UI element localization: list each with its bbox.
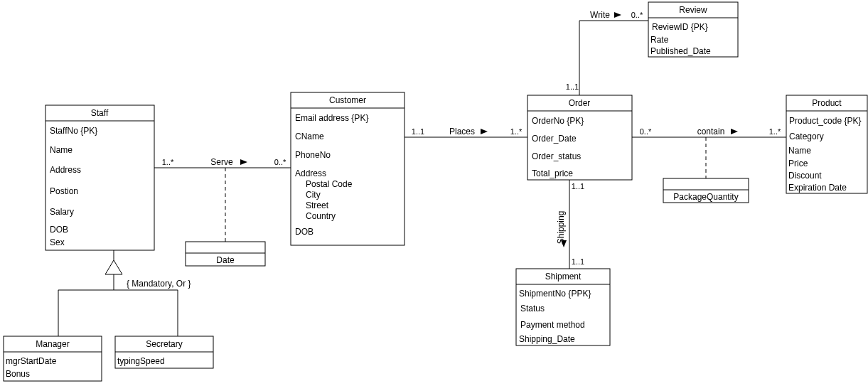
assoc-contain: 0..* 1..* contain bbox=[632, 127, 786, 178]
class-shipment-attr: Status bbox=[520, 304, 545, 313]
assoc-serve-label: Serve bbox=[210, 157, 233, 167]
assoc-serve-arrow bbox=[240, 159, 247, 165]
assoc-write-mult-left: 1..1 bbox=[566, 82, 579, 91]
svg-marker-3 bbox=[105, 260, 122, 274]
class-customer-attr: PhoneNo bbox=[295, 150, 331, 160]
class-shipment-title: Shipment bbox=[545, 272, 582, 282]
assoc-write: 1..1 0..* Write bbox=[566, 10, 648, 95]
class-date-title: Date bbox=[216, 255, 235, 265]
assoc-contain-mult-right: 1..* bbox=[769, 127, 781, 136]
class-customer-attr: Email address {PK} bbox=[295, 113, 368, 123]
class-review-attr: Rate bbox=[650, 35, 669, 45]
class-staff-attr: Sex bbox=[50, 237, 65, 247]
class-customer-attr: Street bbox=[306, 200, 329, 210]
class-manager-title: Manager bbox=[36, 339, 69, 349]
class-shipment-attr: Shipping_Date bbox=[519, 334, 575, 344]
class-date: Date bbox=[186, 242, 265, 266]
class-manager-attr: Bonus bbox=[6, 369, 30, 379]
class-secretary-attr: typingSpeed bbox=[117, 356, 165, 366]
assoc-places-label: Places bbox=[449, 127, 475, 136]
class-product-attr: Name bbox=[788, 146, 811, 156]
class-customer-attr: Address bbox=[295, 168, 326, 178]
uml-class-diagram: Staff StaffNo {PK} Name Address Postion … bbox=[0, 0, 868, 386]
class-product-attr: Product_code {PK} bbox=[789, 116, 861, 126]
assoc-shipping-mult-left: 1..1 bbox=[572, 182, 584, 191]
class-customer-attr: Postal Code bbox=[306, 179, 353, 189]
class-customer-attr: City bbox=[306, 190, 321, 200]
assoc-serve: 1..* 0..* Serve bbox=[154, 157, 291, 242]
class-product-attr: Expiration Date bbox=[788, 183, 847, 193]
class-staff-attr: Address bbox=[50, 165, 81, 175]
class-review: Review ReviewID {PK} Rate Published_Date bbox=[648, 2, 738, 57]
class-packagequantity-title: PackageQuantity bbox=[673, 192, 738, 202]
class-order-title: Order bbox=[569, 98, 591, 108]
assoc-contain-label: contain bbox=[697, 127, 725, 136]
generalization-staff: { Mandatory, Or } bbox=[105, 250, 191, 290]
class-product-attr: Discount bbox=[788, 171, 822, 181]
class-staff-attr: StaffNo {PK} bbox=[50, 126, 97, 136]
generalization-constraint: { Mandatory, Or } bbox=[127, 279, 191, 289]
assoc-contain-arrow bbox=[731, 129, 738, 134]
class-staff-attr: Salary bbox=[50, 207, 74, 217]
class-product: Product Product_code {PK} Category Name … bbox=[786, 95, 867, 193]
class-shipment-attr: ShipmentNo {PPK} bbox=[519, 289, 591, 299]
class-order: Order OrderNo {PK} Order_Date Order_stat… bbox=[527, 95, 632, 180]
class-staff-attr: Postion bbox=[50, 186, 78, 196]
class-staff-attr: Name bbox=[50, 145, 73, 155]
class-order-attr: Total_price bbox=[532, 168, 573, 178]
assoc-places-mult-right: 1..* bbox=[510, 127, 523, 136]
class-order-attr: Order_status bbox=[532, 151, 581, 161]
class-review-title: Review bbox=[679, 5, 707, 15]
class-review-attr: ReviewID {PK} bbox=[652, 22, 708, 32]
class-manager: Manager mgrStartDate Bonus bbox=[4, 336, 102, 381]
class-order-attr: Order_Date bbox=[532, 134, 577, 144]
assoc-serve-mult-right: 0..* bbox=[274, 158, 286, 166]
assoc-serve-mult-left: 1..* bbox=[162, 158, 174, 166]
class-order-attr: OrderNo {PK} bbox=[532, 116, 584, 126]
class-customer-attr: Country bbox=[306, 211, 336, 221]
class-staff: Staff StaffNo {PK} Name Address Postion … bbox=[45, 105, 154, 250]
generalization-branch bbox=[58, 290, 178, 336]
assoc-shipping-label: Shipping bbox=[556, 211, 566, 245]
assoc-shipping: 1..1 1..1 Shipping bbox=[556, 180, 584, 269]
assoc-write-mult-right: 0..* bbox=[631, 11, 643, 19]
class-shipment-attr: Payment method bbox=[520, 320, 585, 330]
class-staff-attr: DOB bbox=[50, 225, 68, 235]
class-manager-attr: mgrStartDate bbox=[6, 356, 57, 366]
class-secretary: Secretary typingSpeed bbox=[115, 336, 213, 368]
class-staff-title: Staff bbox=[91, 108, 109, 118]
class-shipment: Shipment ShipmentNo {PPK} Status Payment… bbox=[516, 269, 610, 345]
class-customer-title: Customer bbox=[329, 95, 366, 105]
class-customer-attr: DOB bbox=[295, 227, 314, 237]
assoc-write-arrow bbox=[614, 12, 621, 18]
class-customer-attr: CName bbox=[295, 132, 324, 141]
class-customer: Customer Email address {PK} CName PhoneN… bbox=[291, 92, 404, 245]
class-product-title: Product bbox=[812, 98, 842, 108]
class-review-attr: Published_Date bbox=[650, 46, 711, 56]
class-packagequantity: PackageQuantity bbox=[663, 178, 749, 203]
assoc-shipping-mult-right: 1..1 bbox=[572, 257, 584, 266]
assoc-places-mult-left: 1..1 bbox=[412, 127, 424, 136]
assoc-places: 1..1 1..* Places bbox=[404, 127, 527, 137]
class-product-attr: Category bbox=[789, 132, 824, 141]
assoc-contain-mult-left: 0..* bbox=[640, 127, 652, 136]
assoc-write-label: Write bbox=[590, 10, 610, 20]
class-secretary-title: Secretary bbox=[146, 339, 182, 349]
assoc-places-arrow bbox=[481, 129, 488, 134]
class-product-attr: Price bbox=[788, 159, 808, 168]
